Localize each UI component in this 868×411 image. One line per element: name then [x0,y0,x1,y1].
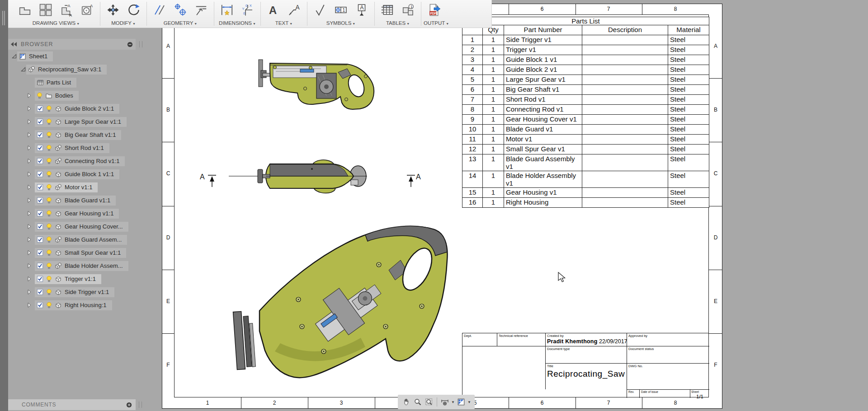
view-side-section[interactable] [259,60,374,109]
zoom-window-button[interactable] [424,397,434,407]
visibility-bulb-icon[interactable] [46,158,52,165]
view-settings-caret-icon[interactable]: ▼ [451,400,455,404]
view-settings-button[interactable] [440,397,450,407]
collapsed-arrow-icon[interactable] [26,237,32,243]
text-button[interactable]: A [263,0,284,19]
visibility-bulb-icon[interactable] [46,223,52,230]
edge-extension-button[interactable] [191,0,212,19]
symbols-menu[interactable]: SYMBOLS▼ [310,20,372,27]
visibility-checkbox-icon[interactable] [37,171,43,177]
modify-menu[interactable]: MODIFY▼ [103,20,144,27]
add-comment-icon[interactable] [126,402,132,408]
feature-control-frame-button[interactable]: A [351,0,372,19]
collapsed-panel-strip[interactable] [0,0,8,411]
visibility-bulb-icon[interactable] [46,145,52,152]
collapsed-arrow-icon[interactable] [26,119,32,125]
tables-menu[interactable]: TABLES▼ [377,20,419,27]
pan-button[interactable] [401,397,411,407]
sheet1-node[interactable]: Sheet1 [17,51,53,61]
title-block[interactable]: Dept. Technical reference Created by Pra… [462,333,709,397]
collapsed-arrow-icon[interactable] [26,93,32,98]
visibility-checkbox-icon[interactable] [37,210,43,217]
component-node[interactable]: Guide Block 2 v1:1 [35,104,119,114]
expanded-arrow-icon[interactable] [20,66,26,72]
component-node[interactable]: Gear Housing Cover... [35,222,128,232]
move-button[interactable] [103,0,123,19]
expanded-arrow-icon[interactable] [11,53,17,59]
ordinate-dimension-button[interactable]: 0X Y0 [237,0,258,19]
rotate-button[interactable] [123,0,144,19]
component-node[interactable]: Small Spur Gear v1:1 [35,248,126,258]
dimension-button[interactable] [217,0,237,19]
dimensions-menu[interactable]: DIMENSIONS▼ [217,20,258,27]
collapsed-arrow-icon[interactable] [26,302,32,308]
visibility-bulb-icon[interactable] [46,131,52,139]
visibility-checkbox-icon[interactable] [37,249,43,256]
output-menu[interactable]: OUTPUT▼ [424,20,449,27]
component-node[interactable]: Short Rod v1:1 [35,143,109,153]
text-menu[interactable]: TEXT▼ [263,20,305,27]
sheet-settings-button[interactable] [456,397,466,407]
component-node[interactable]: Blade Holder Assem... [35,261,128,271]
view-top-section-line[interactable]: A A [200,160,421,193]
visibility-bulb-icon[interactable] [46,262,52,270]
visibility-bulb-icon[interactable] [37,92,42,99]
visibility-bulb-icon[interactable] [46,210,52,217]
visibility-bulb-icon[interactable] [46,289,52,296]
visibility-checkbox-icon[interactable] [37,118,43,125]
visibility-checkbox-icon[interactable] [37,276,43,282]
collapsed-arrow-icon[interactable] [26,263,32,269]
collapsed-arrow-icon[interactable] [26,197,32,203]
collapsed-arrow-icon[interactable] [26,289,32,295]
balloon-button[interactable]: 1 [398,0,419,19]
component-node[interactable]: Right Housing:1 [35,300,112,310]
drawing-sheet[interactable]: A A [162,4,722,409]
visibility-checkbox-icon[interactable] [37,302,43,308]
drawing-views-menu[interactable]: DRAWING VIEWS▼ [14,20,98,27]
visibility-bulb-icon[interactable] [46,236,52,243]
visibility-bulb-icon[interactable] [46,118,52,126]
minimize-panel-icon[interactable] [127,42,133,47]
leader-text-button[interactable]: A [284,0,305,19]
component-node[interactable]: Guide Block 1 v1:1 [35,169,119,179]
table-button[interactable] [377,0,398,19]
component-node[interactable]: Trigger v1:1 [35,274,101,284]
visibility-bulb-icon[interactable] [46,276,52,283]
comments-bar[interactable]: COMMENTS [8,399,136,410]
collapsed-arrow-icon[interactable] [26,250,32,256]
visibility-checkbox-icon[interactable] [37,236,43,243]
collapsed-arrow-icon[interactable] [26,132,32,138]
panel-resize-grip[interactable] [139,41,142,47]
section-view-button[interactable]: AA [56,0,77,19]
sheet-settings-caret-icon[interactable]: ▼ [467,400,471,404]
sketch-lines-button[interactable] [149,0,170,19]
visibility-checkbox-icon[interactable] [37,262,43,269]
component-node[interactable]: Large Spur Gear v1:1 [35,117,127,127]
bodies-node[interactable]: Bodies [35,91,79,101]
component-node[interactable]: Gear Housing v1:1 [35,209,119,219]
visibility-bulb-icon[interactable] [46,105,52,112]
view-isometric-cutaway[interactable] [233,226,448,378]
detail-view-button[interactable]: A [77,0,98,19]
parts-list-node[interactable]: Parts List [35,78,76,88]
collapsed-arrow-icon[interactable] [26,184,32,190]
projected-view-button[interactable] [35,0,56,19]
collapsed-arrow-icon[interactable] [26,210,32,216]
collapsed-arrow-icon[interactable] [26,106,32,112]
visibility-checkbox-icon[interactable] [37,158,43,164]
parts-list-table[interactable]: Parts List Qty Part Number Description M… [462,17,709,208]
zoom-button[interactable] [413,397,423,407]
collapse-panel-icon[interactable] [11,42,17,47]
visibility-checkbox-icon[interactable] [37,184,43,191]
visibility-bulb-icon[interactable] [46,249,52,257]
surface-texture-button[interactable] [310,0,330,19]
visibility-bulb-icon[interactable] [46,302,52,309]
output-pdf-button[interactable]: PDF [424,0,444,19]
collapsed-arrow-icon[interactable] [26,145,32,151]
geometry-menu[interactable]: GEOMETRY▼ [149,20,212,27]
component-node[interactable]: Blade Guard Assem... [35,235,127,245]
component-node[interactable]: Connecting Rod v1:1 [35,156,125,166]
visibility-checkbox-icon[interactable] [37,223,43,230]
component-node[interactable]: Blade Guard v1:1 [35,196,116,206]
visibility-checkbox-icon[interactable] [37,289,43,295]
